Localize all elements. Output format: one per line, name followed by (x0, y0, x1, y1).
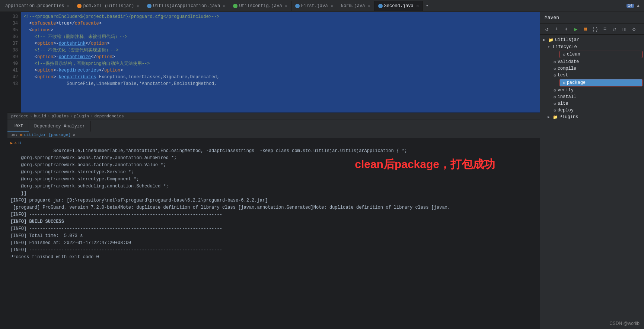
maven-title: Maven (545, 15, 559, 20)
lifecycle-node[interactable]: ▾ Lifecycle (540, 44, 644, 50)
site-icon: ⚙ (554, 101, 556, 106)
bottom-panel: Text Dependency Analyzer un: m uitilsjar… (7, 120, 540, 329)
maven-root-label: uitilsjar (555, 37, 579, 42)
second-java-icon (378, 4, 383, 8)
terminal-line-8: }] (10, 190, 537, 197)
breadcrumb-plugins[interactable]: plugins (51, 114, 68, 118)
install-icon: ⚙ (554, 95, 556, 99)
terminal-output[interactable]: ▶ ⚠ u SourceFile,LineNumberTable,*Annota… (7, 138, 540, 329)
root-folder-icon: 📁 (548, 38, 554, 42)
tab-utils-config[interactable]: UtilsConfig.java ✕ (229, 1, 291, 11)
close-tab-app-props[interactable]: ✕ (67, 4, 69, 8)
maven-btn-8[interactable]: ⇄ (611, 25, 618, 33)
close-tab-first-java[interactable]: ✕ (331, 4, 333, 8)
tab-bar-right: 14 ▲ (627, 3, 643, 9)
install-label: install (558, 94, 576, 99)
terminal-line-exit: Process finished with exit code 0 (10, 254, 537, 261)
lifecycle-verify[interactable]: ⚙ verify (540, 87, 644, 94)
code-line-33: <!--<proguardInclude>${project.basedir}/… (21, 13, 540, 20)
breadcrumb-build[interactable]: build (34, 114, 46, 118)
code-content: 33 34 35 36 37 38 39 40 41 42 43 <!--<pr… (7, 12, 540, 113)
lifecycle-clean[interactable]: ⚙ clean (559, 51, 643, 58)
utils-config-icon (233, 4, 237, 8)
panel-tabs: Text Dependency Analyzer (7, 120, 540, 132)
terminal-line-sep1: [INFO] ---------------------------------… (10, 211, 537, 218)
code-line-38: <!-- 不做优化（变更代码实现逻辑）--> (21, 47, 540, 54)
terminal-line-2: @org.springframework.beans.factory.annot… (10, 155, 537, 162)
breadcrumb-project[interactable]: project (11, 114, 28, 118)
tab-pom-xml-label: pom.xml (uitilsjar) (83, 3, 134, 9)
tab-app-props-label: application.properties (5, 3, 64, 9)
left-gutter (0, 12, 7, 329)
tab-pom-xml[interactable]: pom.xml (uitilsjar) ✕ (73, 1, 143, 11)
warning-link: u (18, 140, 21, 147)
code-editor: 33 34 35 36 37 38 39 40 41 42 43 <!--<pr… (7, 12, 540, 113)
maven-btn-7[interactable]: ≡ (601, 25, 609, 33)
tab-first-java[interactable]: First.java ✕ (291, 1, 337, 11)
close-tab-uitilsjar[interactable]: ✕ (223, 4, 225, 8)
tab-first-java-label: First.java (301, 3, 328, 9)
tab-overflow-btn[interactable]: ▾ (423, 3, 431, 9)
tab-text[interactable]: Text (7, 121, 29, 132)
run-label: un: (10, 133, 18, 137)
tab-uitilsjar-label: UitilsjarApplication.java (153, 3, 220, 9)
close-tab-second-java[interactable]: ✕ (417, 4, 419, 8)
maven-m-btn[interactable]: m (582, 25, 589, 33)
terminal-warning-row: ▶ ⚠ u (10, 140, 537, 147)
verify-label: verify (558, 88, 574, 93)
code-line-41: <option>-keepdirectories</option> (21, 67, 540, 74)
code-line-36: <!-- 不收缩（删除注释、未被引用代码）--> (21, 34, 540, 40)
tab-dependency-analyzer[interactable]: Dependency Analyzer (29, 121, 91, 132)
lifecycle-validate[interactable]: ⚙ validate (540, 58, 644, 65)
close-tab-norm-java[interactable]: ✕ (368, 4, 370, 8)
maven-btn-9[interactable]: ◫ (621, 25, 628, 33)
close-tab-utils-config[interactable]: ✕ (285, 4, 287, 8)
breadcrumb-plugin[interactable]: plugin (74, 114, 89, 118)
lifecycle-deploy[interactable]: ⚙ deploy (540, 107, 644, 114)
tab-app-props[interactable]: application.properties ✕ (1, 1, 73, 11)
terminal-line-sep3: [INFO] ---------------------------------… (10, 247, 537, 254)
tab-bar: application.properties ✕ pom.xml (uitils… (0, 0, 644, 12)
maven-play-btn[interactable]: ▶ (572, 25, 580, 33)
lifecycle-install[interactable]: ⚙ install (540, 94, 644, 100)
maven-tree: ▶ 📁 uitilsjar ▾ Lifecycle ⚙ clean ⚙ vali… (540, 35, 644, 329)
site-label: site (558, 101, 568, 106)
maven-download-btn[interactable]: ⬇ (562, 25, 570, 33)
line-numbers: 33 34 35 36 37 38 39 40 41 42 43 (7, 12, 21, 113)
tab-utils-config-label: UtilsConfig.java (239, 3, 282, 9)
lifecycle-test[interactable]: ⚙ test (540, 72, 644, 79)
plugins-arrow: ▶ (548, 115, 551, 119)
deploy-icon: ⚙ (554, 108, 556, 113)
maven-root-node[interactable]: ▶ 📁 uitilsjar (540, 36, 644, 44)
maven-settings-btn[interactable]: ⚙ (630, 25, 638, 33)
terminal-line-4: @org.springframework.stereotype.Service … (10, 169, 537, 176)
terminal-line-build-success: [INFO] BUILD SUCCESS (10, 218, 537, 225)
run-item[interactable]: m uitilsjar [package] (20, 133, 71, 137)
maven-skip-tests-btn[interactable]: ⟩⟩ (592, 25, 599, 33)
breadcrumb-dependencies[interactable]: dependencies (95, 114, 124, 118)
run-bar: un: m uitilsjar [package] ✕ (7, 132, 540, 138)
terminal-container: ▶ ⚠ u SourceFile,LineNumberTable,*Annota… (7, 138, 540, 329)
maven-refresh-btn[interactable]: ↺ (543, 25, 551, 33)
pom-xml-icon (77, 4, 82, 8)
lifecycle-label: Lifecycle (553, 44, 577, 50)
tab-norm-java[interactable]: Norm.java ✕ (337, 1, 374, 11)
code-text[interactable]: <!--<proguardInclude>${project.basedir}/… (21, 12, 540, 113)
close-run-tab[interactable]: ✕ (73, 132, 76, 137)
code-line-34: <obfuscate>true</obfuscate> (21, 20, 540, 27)
tab-second-java[interactable]: Second.java ✕ (374, 1, 423, 11)
plugins-icon: 📁 (553, 115, 558, 120)
terminal-line-proguard: [INFO] proguard jar: [D:\repository\net\… (10, 197, 537, 204)
maven-add-btn[interactable]: + (553, 25, 560, 33)
code-line-43: SourceFile,LineNumberTable,*Annotation*,… (21, 80, 540, 87)
lifecycle-site[interactable]: ⚙ site (540, 100, 644, 107)
plugins-node[interactable]: ▶ 📁 Plugins (540, 114, 644, 120)
compile-label: compile (558, 66, 576, 71)
main-layout: 33 34 35 36 37 38 39 40 41 42 43 <!--<pr… (0, 12, 644, 329)
clean-label: clean (567, 52, 580, 57)
lifecycle-compile[interactable]: ⚙ compile (540, 65, 644, 72)
lifecycle-package[interactable]: ⚙ package (559, 79, 643, 86)
counter-arrow[interactable]: ▲ (637, 3, 640, 9)
tab-uitilsjar[interactable]: UitilsjarApplication.java ✕ (143, 1, 229, 11)
close-tab-pom-xml[interactable]: ✕ (137, 4, 139, 8)
